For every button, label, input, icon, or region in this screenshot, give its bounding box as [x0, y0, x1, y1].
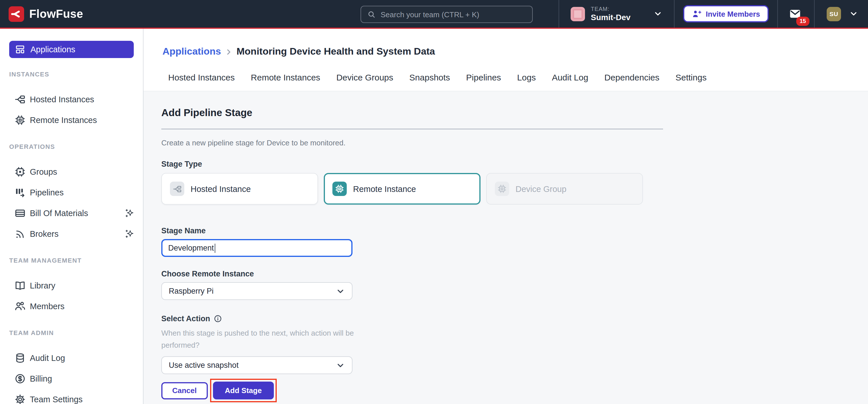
bill-of-materials-icon [14, 207, 26, 219]
sidebar-item-billing[interactable]: Billing [0, 368, 143, 389]
stage-type-hosted-instance[interactable]: Hosted Instance [161, 173, 318, 205]
tab-audit-log[interactable]: Audit Log [552, 73, 588, 82]
sidebar-item-bill-of-materials[interactable]: Bill Of Materials [0, 203, 143, 224]
brokers-icon [14, 228, 26, 240]
stage-type-options: Hosted Instance Remote Instance [161, 173, 868, 205]
sidebar-section-operations: OPERATIONS Groups [0, 143, 143, 244]
stage-type-remote-instance[interactable]: Remote Instance [324, 173, 480, 205]
sidebar-item-members[interactable]: Members [0, 296, 143, 317]
main-header: Applications Monitoring Device Health an… [144, 29, 868, 91]
tab-hosted-instances[interactable]: Hosted Instances [168, 73, 235, 82]
stage-name-value: Development [168, 244, 214, 252]
sidebar-item-team-settings[interactable]: Team Settings [0, 389, 143, 404]
page-title: Monitoring Device Health and System Data [237, 46, 435, 57]
members-icon [14, 300, 26, 312]
notification-count-badge: 15 [796, 17, 809, 26]
sidebar: Applications INSTANCES Hosted Instances [0, 29, 144, 404]
breadcrumb: Applications Monitoring Device Health an… [162, 46, 868, 57]
team-label: TEAM: [591, 6, 630, 12]
flowfuse-logo-icon [9, 6, 24, 22]
tab-settings[interactable]: Settings [675, 73, 706, 82]
cancel-button[interactable]: Cancel [161, 382, 208, 399]
info-icon[interactable] [214, 314, 222, 323]
team-avatar [570, 7, 585, 21]
sidebar-item-library[interactable]: Library [0, 275, 143, 296]
divider [161, 129, 663, 129]
section-title: TEAM ADMIN [0, 329, 143, 336]
sidebar-item-label: Members [30, 302, 135, 311]
breadcrumb-applications-link[interactable]: Applications [162, 46, 221, 57]
form-title: Add Pipeline Stage [161, 107, 868, 119]
sidebar-section-team-admin: TEAM ADMIN Audit Log [0, 329, 143, 404]
navbar-divider [777, 0, 778, 28]
sidebar-item-label: Team Settings [30, 395, 135, 404]
stage-name-label: Stage Name [161, 226, 868, 235]
sidebar-section-instances: INSTANCES Hosted Instances [0, 71, 143, 131]
action-select[interactable]: Use active snapshot [161, 356, 352, 374]
sidebar-item-remote-instances[interactable]: Remote Instances [0, 110, 143, 131]
invite-members-button[interactable]: Invite Members [683, 5, 769, 22]
chevron-down-icon[interactable] [849, 9, 858, 19]
stage-name-input[interactable]: Development [161, 239, 352, 257]
add-stage-button[interactable]: Add Stage [213, 382, 274, 399]
chevron-down-icon [336, 360, 345, 370]
stage-type-option-label: Device Group [516, 184, 566, 193]
tab-device-groups[interactable]: Device Groups [336, 73, 393, 82]
groups-icon [14, 166, 26, 178]
add-pipeline-stage-panel: Add Pipeline Stage Create a new pipeline… [144, 91, 868, 404]
user-plus-icon [692, 9, 702, 19]
search-placeholder: Search your team (CTRL + K) [381, 10, 479, 19]
team-selector[interactable]: TEAM: Sumit-Dev [559, 6, 674, 22]
navbar-divider [814, 0, 815, 28]
chevron-right-icon [224, 48, 233, 56]
section-title: TEAM MANAGEMENT [0, 257, 143, 264]
pipelines-icon [14, 187, 26, 198]
remote-instance-icon [332, 182, 347, 196]
sparkles-icon [125, 229, 135, 239]
audit-log-icon [14, 352, 26, 364]
billing-icon [14, 373, 26, 384]
sparkles-icon [125, 208, 135, 219]
choose-remote-instance-label: Choose Remote Instance [161, 269, 868, 278]
search-icon [367, 10, 376, 19]
sidebar-item-label: Hosted Instances [30, 95, 135, 104]
sidebar-item-label: Pipelines [30, 188, 135, 197]
form-description: Create a new pipeline stage for Device t… [161, 139, 868, 147]
sidebar-item-groups[interactable]: Groups [0, 162, 143, 182]
library-icon [14, 280, 26, 291]
tab-snapshots[interactable]: Snapshots [409, 73, 450, 82]
team-name: Sumit-Dev [591, 12, 630, 22]
stage-type-option-label: Hosted Instance [191, 184, 251, 193]
tab-dependencies[interactable]: Dependencies [604, 73, 659, 82]
hosted-instance-icon [170, 182, 184, 196]
sidebar-item-label: Applications [30, 45, 75, 54]
sidebar-item-hosted-instances[interactable]: Hosted Instances [0, 89, 143, 110]
stage-type-label: Stage Type [161, 160, 868, 168]
stage-type-option-label: Remote Instance [353, 184, 416, 193]
sidebar-item-pipelines[interactable]: Pipelines [0, 182, 143, 203]
invite-members-label: Invite Members [706, 9, 760, 18]
tab-logs[interactable]: Logs [517, 73, 536, 82]
chevron-down-icon [654, 9, 663, 19]
hosted-instances-icon [14, 94, 26, 105]
text-cursor [214, 243, 215, 253]
tab-pipelines[interactable]: Pipelines [466, 73, 501, 82]
search-input[interactable]: Search your team (CTRL + K) [361, 6, 533, 23]
remote-instance-select[interactable]: Raspberry Pi [161, 282, 352, 300]
notifications-button[interactable]: 15 [789, 7, 801, 20]
sidebar-section-team-management: TEAM MANAGEMENT Library [0, 257, 143, 317]
sidebar-item-label: Groups [30, 167, 135, 176]
sidebar-item-label: Library [30, 281, 135, 290]
flowfuse-brand[interactable]: FlowFuse [0, 6, 83, 22]
sidebar-item-label: Bill Of Materials [30, 209, 121, 218]
sidebar-item-applications[interactable]: Applications [9, 41, 134, 58]
sidebar-item-brokers[interactable]: Brokers [0, 224, 143, 244]
remote-instances-icon [14, 114, 26, 126]
remote-instance-value: Raspberry Pi [169, 287, 214, 295]
tab-remote-instances[interactable]: Remote Instances [251, 73, 320, 82]
section-title: INSTANCES [0, 71, 143, 78]
action-value: Use active snapshot [169, 361, 239, 370]
section-title: OPERATIONS [0, 143, 143, 150]
sidebar-item-audit-log[interactable]: Audit Log [0, 348, 143, 368]
user-avatar[interactable]: SU [827, 7, 841, 21]
